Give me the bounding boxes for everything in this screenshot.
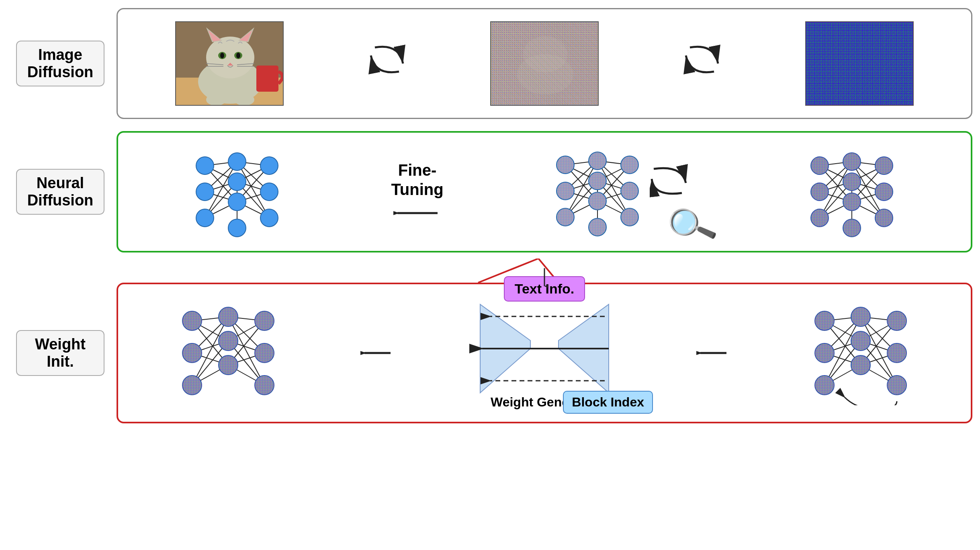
svg-point-50 [260, 209, 278, 227]
svg-point-191 [815, 376, 834, 395]
svg-point-152 [219, 331, 238, 351]
weight-init-label: Weight Init. [16, 330, 104, 376]
svg-point-156 [255, 376, 274, 395]
svg-point-83 [621, 156, 638, 174]
svg-point-77 [556, 156, 574, 174]
svg-point-195 [887, 311, 906, 330]
svg-point-48 [260, 157, 278, 174]
svg-point-84 [621, 182, 638, 200]
svg-point-150 [182, 376, 202, 395]
svg-point-17 [206, 94, 226, 106]
cat-image [175, 21, 284, 106]
arrow-to-output-nn [360, 343, 393, 363]
svg-point-121 [843, 219, 861, 237]
svg-point-81 [589, 172, 606, 190]
svg-point-79 [556, 208, 574, 226]
svg-point-112 [811, 157, 829, 174]
svg-point-42 [196, 157, 214, 174]
svg-point-115 [843, 153, 861, 170]
svg-point-11 [236, 53, 240, 58]
curved-arrows-2 [682, 39, 722, 88]
svg-point-154 [255, 311, 274, 330]
weight-init-row: Weight Init. Text Info. [16, 283, 972, 423]
full-noise-image [805, 21, 914, 106]
svg-point-78 [556, 182, 574, 200]
neural-diffusion-panel: Fine-Tuning [117, 131, 972, 252]
svg-point-151 [219, 307, 238, 326]
svg-point-189 [815, 311, 834, 330]
clean-nn [185, 146, 289, 238]
noisy-nn [545, 145, 650, 237]
weight-init-panel: Text Info. [117, 283, 972, 423]
svg-point-45 [228, 153, 246, 170]
svg-point-80 [589, 152, 606, 170]
svg-point-192 [851, 307, 870, 326]
svg-point-118 [875, 157, 893, 174]
block-index-badge: Block Index [563, 391, 653, 414]
output-nn [172, 301, 284, 405]
svg-point-49 [260, 183, 278, 201]
svg-point-117 [843, 193, 861, 211]
svg-point-149 [182, 343, 202, 363]
svg-point-47 [228, 193, 246, 211]
noisy-nn-container: 🔍 [545, 145, 650, 239]
svg-point-10 [220, 53, 224, 58]
svg-point-51 [228, 219, 246, 237]
svg-point-148 [182, 311, 202, 330]
svg-point-46 [228, 173, 246, 191]
weight-gen-svg [468, 296, 621, 401]
image-diffusion-panel: noise [117, 8, 972, 119]
arrow-from-right-nn [696, 343, 728, 363]
input-nn-right [804, 301, 917, 405]
svg-point-119 [875, 183, 893, 201]
curved-arrows-1 [367, 39, 407, 88]
svg-point-85 [621, 208, 638, 226]
svg-point-196 [887, 343, 906, 363]
svg-point-194 [851, 355, 870, 375]
weight-generator-section: Weight Generator Block Index [468, 296, 621, 410]
cat-svg [176, 21, 283, 106]
neural-diffusion-label: Neural Diffusion [16, 169, 104, 215]
fine-tuning-label: Fine-Tuning [391, 160, 443, 199]
noisy-image-1: noise [490, 21, 599, 106]
noisy-nn-right [800, 146, 904, 238]
svg-point-197 [887, 376, 906, 395]
svg-point-190 [815, 343, 834, 363]
svg-point-153 [219, 355, 238, 375]
svg-rect-19 [256, 66, 278, 92]
svg-point-120 [875, 209, 893, 227]
svg-point-43 [196, 183, 214, 201]
svg-point-86 [589, 218, 606, 236]
image-diffusion-label: Image Diffusion [16, 41, 104, 86]
svg-point-116 [843, 173, 861, 191]
svg-point-114 [811, 209, 829, 227]
svg-point-44 [196, 209, 214, 227]
svg-point-82 [589, 192, 606, 210]
svg-point-155 [255, 343, 274, 363]
svg-point-18 [234, 94, 254, 106]
svg-point-193 [851, 331, 870, 351]
fine-tuning-section: Fine-Tuning [391, 160, 443, 223]
svg-point-3 [206, 37, 254, 78]
svg-point-113 [811, 183, 829, 201]
